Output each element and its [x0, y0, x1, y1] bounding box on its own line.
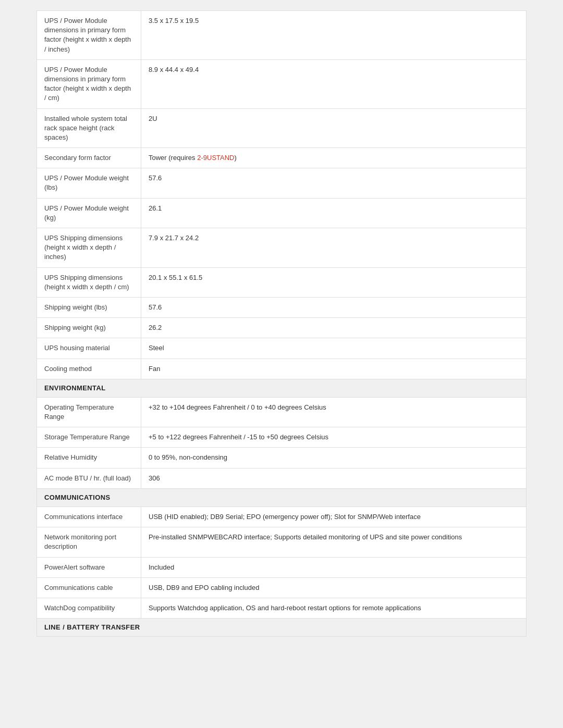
row-label: Secondary form factor [37, 148, 141, 168]
row-label: Communications interface [37, 507, 141, 527]
row-label: UPS housing material [37, 338, 141, 359]
row-label: Operating Temperature Range [37, 397, 141, 427]
row-label: UPS Shipping dimensions (height x width … [37, 228, 141, 268]
row-value: Included [141, 557, 527, 577]
row-label: Relative Humidity [37, 448, 141, 468]
row-label: UPS / Power Module dimensions in primary… [37, 59, 141, 108]
table-row: Network monitoring port descriptionPre-i… [37, 527, 527, 557]
row-value: 3.5 x 17.5 x 19.5 [141, 11, 527, 60]
spec-table: UPS / Power Module dimensions in primary… [36, 10, 527, 637]
section-header: ENVIRONMENTAL [37, 379, 527, 397]
row-value: 26.2 [141, 318, 527, 338]
row-value: 26.1 [141, 198, 527, 228]
row-value: +5 to +122 degrees Fahrenheit / -15 to +… [141, 427, 527, 448]
table-row: UPS housing materialSteel [37, 338, 527, 359]
table-row: Secondary form factorTower (requires 2-9… [37, 148, 527, 168]
table-row: Operating Temperature Range+32 to +104 d… [37, 397, 527, 427]
section-title: LINE / BATTERY TRANSFER [37, 619, 527, 637]
table-row: Cooling methodFan [37, 359, 527, 379]
row-value: Steel [141, 338, 527, 359]
row-value: Supports Watchdog application, OS and ha… [141, 598, 527, 618]
row-value: 20.1 x 55.1 x 61.5 [141, 267, 527, 297]
row-label: AC mode BTU / hr. (full load) [37, 468, 141, 488]
table-row: Shipping weight (kg)26.2 [37, 318, 527, 338]
table-row: UPS / Power Module dimensions in primary… [37, 11, 527, 60]
row-value: 57.6 [141, 168, 527, 198]
row-label: UPS Shipping dimensions (height x width … [37, 267, 141, 297]
section-title: COMMUNICATIONS [37, 488, 527, 507]
row-label: Cooling method [37, 359, 141, 379]
table-row: PowerAlert softwareIncluded [37, 557, 527, 577]
table-row: AC mode BTU / hr. (full load)306 [37, 468, 527, 488]
row-label: Shipping weight (lbs) [37, 297, 141, 317]
spec-link[interactable]: 2-9USTAND [197, 154, 234, 162]
row-label: UPS / Power Module weight (kg) [37, 198, 141, 228]
row-value: Tower (requires 2-9USTAND) [141, 148, 527, 168]
table-row: Relative Humidity0 to 95%, non-condensin… [37, 448, 527, 468]
table-row: Communications cableUSB, DB9 and EPO cab… [37, 577, 527, 598]
row-label: Network monitoring port description [37, 527, 141, 557]
table-row: UPS Shipping dimensions (height x width … [37, 228, 527, 268]
row-label: UPS / Power Module dimensions in primary… [37, 11, 141, 60]
table-row: UPS / Power Module weight (lbs)57.6 [37, 168, 527, 198]
section-header: LINE / BATTERY TRANSFER [37, 619, 527, 637]
row-label: Communications cable [37, 577, 141, 598]
row-value: Fan [141, 359, 527, 379]
table-row: Communications interfaceUSB (HID enabled… [37, 507, 527, 527]
table-row: Installed whole system total rack space … [37, 108, 527, 148]
row-label: UPS / Power Module weight (lbs) [37, 168, 141, 198]
row-label: Installed whole system total rack space … [37, 108, 141, 148]
table-row: UPS Shipping dimensions (height x width … [37, 267, 527, 297]
section-header: COMMUNICATIONS [37, 488, 527, 507]
row-label: Shipping weight (kg) [37, 318, 141, 338]
table-row: WatchDog compatibilitySupports Watchdog … [37, 598, 527, 618]
table-row: Shipping weight (lbs)57.6 [37, 297, 527, 317]
row-value: 7.9 x 21.7 x 24.2 [141, 228, 527, 268]
row-value: USB, DB9 and EPO cabling included [141, 577, 527, 598]
row-label: WatchDog compatibility [37, 598, 141, 618]
row-value: 2U [141, 108, 527, 148]
table-row: Storage Temperature Range+5 to +122 degr… [37, 427, 527, 448]
section-title: ENVIRONMENTAL [37, 379, 527, 397]
row-value: 306 [141, 468, 527, 488]
table-row: UPS / Power Module weight (kg)26.1 [37, 198, 527, 228]
row-value: 8.9 x 44.4 x 49.4 [141, 59, 527, 108]
row-value: USB (HID enabled); DB9 Serial; EPO (emer… [141, 507, 527, 527]
row-label: Storage Temperature Range [37, 427, 141, 448]
row-value: 0 to 95%, non-condensing [141, 448, 527, 468]
row-value: +32 to +104 degrees Fahrenheit / 0 to +4… [141, 397, 527, 427]
row-value: 57.6 [141, 297, 527, 317]
row-label: PowerAlert software [37, 557, 141, 577]
table-row: UPS / Power Module dimensions in primary… [37, 59, 527, 108]
row-value: Pre-installed SNMPWEBCARD interface; Sup… [141, 527, 527, 557]
